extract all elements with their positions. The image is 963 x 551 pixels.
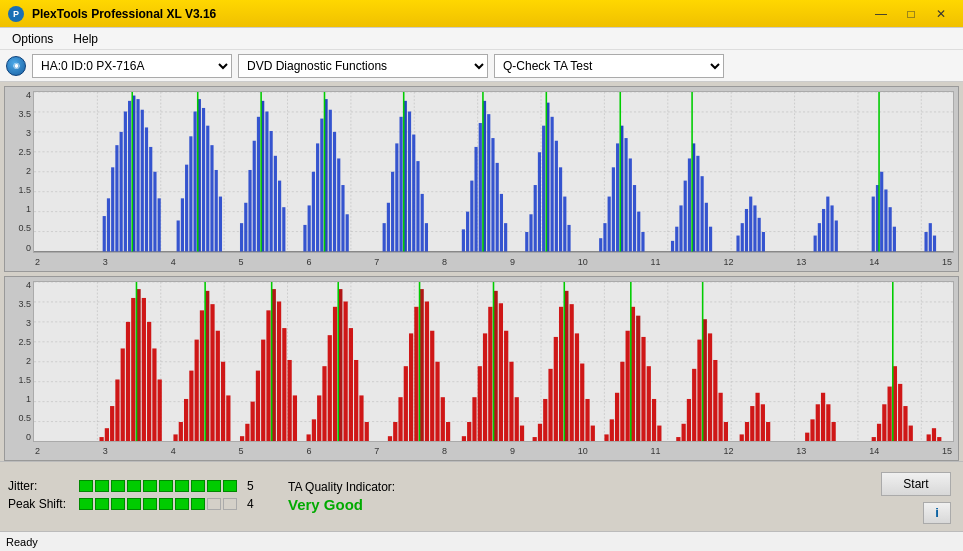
svg-rect-269: [610, 419, 614, 441]
svg-rect-207: [256, 370, 260, 441]
peak-shift-seg-3: [111, 498, 125, 510]
svg-rect-184: [126, 321, 130, 441]
jitter-seg-4: [127, 480, 141, 492]
svg-rect-217: [312, 419, 316, 441]
svg-rect-205: [245, 423, 249, 441]
svg-rect-195: [189, 370, 193, 441]
svg-rect-111: [603, 223, 606, 251]
svg-rect-125: [684, 181, 687, 252]
svg-rect-264: [580, 363, 584, 441]
svg-rect-227: [365, 422, 369, 441]
svg-rect-233: [409, 333, 413, 441]
svg-rect-136: [749, 197, 752, 252]
jitter-label: Jitter:: [8, 479, 73, 493]
svg-rect-252: [515, 397, 519, 441]
svg-rect-304: [877, 423, 881, 441]
svg-rect-251: [509, 361, 513, 441]
svg-rect-149: [884, 189, 887, 251]
menu-options[interactable]: Options: [4, 30, 61, 48]
status-bar: Ready: [0, 531, 963, 551]
svg-rect-298: [810, 419, 814, 441]
svg-rect-63: [308, 205, 311, 251]
svg-rect-71: [341, 185, 344, 251]
top-chart: 4 3.5 3 2.5 2 1.5 1 0.5 0: [4, 86, 959, 272]
jitter-seg-3: [111, 480, 125, 492]
bottom-chart-x-axis: 2 3 4 5 6 7 8 9 10 11 12 13 14 15: [33, 442, 954, 460]
svg-rect-140: [814, 236, 817, 252]
svg-rect-112: [608, 197, 611, 252]
svg-rect-122: [671, 241, 674, 252]
svg-rect-105: [555, 141, 558, 252]
svg-rect-154: [929, 223, 932, 251]
top-chart-x-axis: 2 3 4 5 6 7 8 9 10 11 12 13 14 15: [33, 253, 954, 271]
svg-rect-256: [538, 423, 542, 441]
svg-rect-209: [266, 310, 270, 441]
svg-rect-96: [504, 223, 507, 251]
svg-rect-107: [563, 197, 566, 252]
svg-rect-212: [282, 328, 286, 441]
minimize-button[interactable]: —: [867, 3, 895, 25]
peak-shift-bar: [79, 498, 237, 510]
start-button[interactable]: Start: [881, 472, 951, 496]
info-button[interactable]: i: [923, 502, 951, 524]
svg-rect-208: [261, 339, 265, 441]
drive-select[interactable]: HA:0 ID:0 PX-716A: [32, 54, 232, 78]
svg-rect-110: [599, 238, 602, 251]
svg-rect-181: [110, 406, 114, 441]
svg-rect-224: [349, 328, 353, 441]
svg-rect-309: [903, 406, 907, 441]
svg-rect-289: [724, 422, 728, 441]
svg-rect-66: [320, 119, 323, 252]
svg-rect-62: [303, 225, 306, 252]
svg-rect-219: [322, 366, 326, 441]
function-select[interactable]: DVD Diagnostic Functions: [238, 54, 488, 78]
svg-rect-296: [766, 422, 770, 441]
peak-shift-seg-7: [175, 498, 189, 510]
top-chart-inner: [33, 91, 954, 253]
top-chart-y-axis: 4 3.5 3 2.5 2 1.5 1 0.5 0: [7, 91, 33, 253]
svg-rect-24: [107, 198, 110, 251]
test-select[interactable]: Q-Check TA Test: [494, 54, 724, 78]
svg-rect-271: [620, 361, 624, 441]
svg-rect-23: [103, 216, 106, 251]
svg-rect-272: [626, 330, 630, 441]
svg-rect-292: [745, 422, 749, 441]
svg-rect-92: [487, 114, 490, 251]
svg-rect-72: [346, 214, 349, 251]
svg-rect-68: [329, 110, 332, 252]
maximize-button[interactable]: □: [897, 3, 925, 25]
svg-rect-36: [158, 198, 161, 251]
svg-rect-50: [240, 223, 243, 251]
svg-rect-278: [657, 425, 661, 441]
svg-rect-258: [548, 368, 552, 441]
svg-rect-216: [307, 434, 311, 441]
close-button[interactable]: ✕: [927, 3, 955, 25]
peak-shift-value: 4: [247, 497, 254, 511]
jitter-seg-2: [95, 480, 109, 492]
svg-rect-144: [830, 205, 833, 251]
svg-rect-56: [265, 111, 268, 251]
peak-shift-seg-4: [127, 498, 141, 510]
svg-rect-151: [893, 227, 896, 252]
menu-help[interactable]: Help: [65, 30, 106, 48]
svg-rect-238: [435, 361, 439, 441]
svg-rect-27: [120, 132, 123, 252]
svg-rect-245: [478, 366, 482, 441]
svg-rect-231: [398, 397, 402, 441]
svg-rect-51: [244, 203, 247, 252]
svg-rect-65: [316, 143, 319, 251]
svg-rect-211: [277, 301, 281, 441]
svg-rect-229: [388, 436, 392, 441]
quality-indicator-value: Very Good: [288, 496, 468, 513]
svg-rect-206: [251, 401, 255, 441]
svg-rect-308: [898, 383, 902, 441]
svg-rect-240: [446, 422, 450, 441]
title-bar: P PlexTools Professional XL V3.16 — □ ✕: [0, 0, 963, 28]
peak-shift-seg-9: [207, 498, 221, 510]
jitter-seg-9: [207, 480, 221, 492]
svg-rect-194: [184, 398, 188, 441]
svg-rect-262: [570, 304, 574, 441]
svg-rect-183: [121, 348, 125, 441]
svg-rect-119: [637, 212, 640, 252]
svg-rect-35: [153, 172, 156, 252]
